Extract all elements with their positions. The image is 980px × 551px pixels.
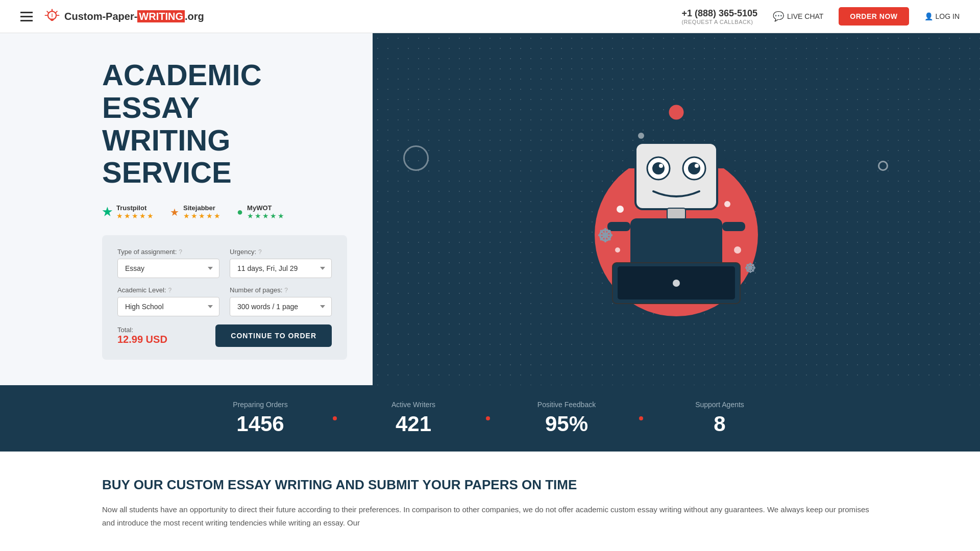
- svg-rect-32: [722, 222, 745, 231]
- stat-support: Support Agents 8: [643, 400, 796, 436]
- pages-help-icon[interactable]: ?: [284, 287, 288, 294]
- stat-writers-value: 421: [347, 412, 480, 436]
- svg-point-16: [668, 104, 684, 120]
- sitejabber-icon: ★: [170, 206, 179, 218]
- phone-block: +1 (888) 365-5105 (REQUEST A CALLBACK): [681, 8, 757, 25]
- trustpilot-stars: ★★★★★: [116, 212, 155, 220]
- mywot-badge: ● MyWOT ★★★★★: [237, 204, 285, 220]
- order-form: Type of assignment: ? Essay Research Pap…: [102, 235, 347, 360]
- pages-label: Number of pages: ?: [230, 286, 332, 294]
- form-total-row: Total: 12.99 USD CONTINUE TO ORDER: [117, 324, 332, 347]
- svg-point-10: [617, 206, 624, 213]
- total-label: Total:: [117, 326, 167, 334]
- hero-left: ACADEMIC ESSAY WRITING SERVICE ★ Trustpi…: [0, 33, 373, 385]
- pages-group: Number of pages: ? 300 words / 1 page 60…: [230, 286, 332, 316]
- sitejabber-label: Sitejabber: [183, 204, 222, 212]
- sitejabber-badge: ★ Sitejabber ★★★★★: [170, 204, 222, 220]
- mywot-stars: ★★★★★: [247, 212, 285, 220]
- level-select[interactable]: High School College University Master's …: [117, 297, 219, 316]
- svg-line-3: [56, 11, 57, 13]
- svg-point-23: [695, 164, 699, 168]
- hero-badges: ★ Trustpilot ★★★★★ ★ Sitejabber ★★★★★ ● …: [102, 204, 347, 220]
- svg-point-21: [688, 162, 700, 174]
- svg-rect-17: [635, 143, 717, 209]
- svg-rect-25: [716, 158, 727, 168]
- stat-support-label: Support Agents: [653, 400, 786, 409]
- stat-preparing-label: Preparing Orders: [194, 400, 327, 409]
- chat-icon: 💬: [773, 11, 784, 22]
- svg-point-22: [659, 164, 663, 168]
- stat-feedback-label: Positive Feedback: [500, 400, 633, 409]
- assignment-select[interactable]: Essay Research Paper Term Paper: [117, 259, 219, 278]
- stat-preparing-value: 1456: [194, 412, 327, 436]
- trustpilot-icon: ★: [102, 206, 112, 219]
- section-title: BUY OUR CUSTOM ESSAY WRITING AND SUBMIT …: [102, 477, 878, 493]
- level-help-icon[interactable]: ?: [168, 287, 172, 294]
- stat-writers: Active Writers 421: [337, 400, 490, 436]
- mywot-icon: ●: [237, 206, 243, 218]
- stat-feedback-value: 95%: [500, 412, 633, 436]
- assignment-help-icon[interactable]: ?: [179, 248, 182, 256]
- callback-label: (REQUEST A CALLBACK): [681, 19, 753, 25]
- logo-bulb-icon: [43, 7, 61, 26]
- hero-title: ACADEMIC ESSAY WRITING SERVICE: [102, 59, 347, 189]
- urgency-help-icon[interactable]: ?: [258, 248, 262, 256]
- svg-point-20: [652, 162, 665, 174]
- header-nav: +1 (888) 365-5105 (REQUEST A CALLBACK) 💬…: [681, 7, 960, 26]
- hamburger-menu[interactable]: [20, 12, 33, 21]
- svg-rect-26: [667, 208, 685, 219]
- phone-number[interactable]: +1 (888) 365-5105: [681, 8, 757, 19]
- form-row-2: Academic Level: ? High School College Un…: [117, 286, 332, 316]
- trustpilot-label: Trustpilot: [116, 204, 155, 212]
- level-label: Academic Level: ?: [117, 286, 219, 294]
- site-header: Custom-Paper-WRITING.org +1 (888) 365-51…: [0, 0, 980, 33]
- urgency-group: Urgency: ? 11 days, Fri, Jul 29 3 hours …: [230, 248, 332, 278]
- stat-support-value: 8: [653, 412, 786, 436]
- hero-section: ACADEMIC ESSAY WRITING SERVICE ★ Trustpi…: [0, 33, 980, 385]
- total-price: 12.99 USD: [117, 334, 167, 345]
- hero-right: [373, 33, 980, 385]
- mywot-label: MyWOT: [247, 204, 285, 212]
- content-section: BUY OUR CUSTOM ESSAY WRITING AND SUBMIT …: [0, 452, 980, 551]
- stat-writers-label: Active Writers: [347, 400, 480, 409]
- section-text: Now all students have an opportunity to …: [102, 503, 878, 529]
- deco-circle-1: [403, 145, 429, 171]
- svg-line-2: [47, 11, 48, 13]
- svg-point-13: [734, 246, 741, 254]
- svg-point-11: [615, 247, 620, 253]
- svg-point-12: [724, 201, 730, 207]
- urgency-label: Urgency: ?: [230, 248, 332, 256]
- continue-button[interactable]: CONTINUE TO ORDER: [215, 324, 332, 347]
- deco-circle-2: [878, 161, 888, 171]
- logo-text: Custom-Paper-WRITING.org: [64, 11, 204, 22]
- svg-rect-7: [51, 20, 53, 21]
- robot-illustration: [569, 92, 783, 327]
- pages-select[interactable]: 300 words / 1 page 600 words / 2 pages 9…: [230, 297, 332, 316]
- svg-rect-24: [625, 158, 636, 168]
- login-icon: 👤: [924, 12, 933, 20]
- live-chat-button[interactable]: 💬 LIVE CHAT: [773, 11, 823, 22]
- trustpilot-badge: ★ Trustpilot ★★★★★: [102, 204, 155, 220]
- login-button[interactable]: 👤 LOG IN: [924, 12, 960, 20]
- total-block: Total: 12.99 USD: [117, 326, 167, 345]
- svg-rect-31: [607, 222, 630, 231]
- sitejabber-stars: ★★★★★: [183, 212, 222, 220]
- stat-feedback: Positive Feedback 95%: [490, 400, 643, 436]
- assignment-label: Type of assignment: ?: [117, 248, 219, 256]
- form-row-1: Type of assignment: ? Essay Research Pap…: [117, 248, 332, 278]
- logo[interactable]: Custom-Paper-WRITING.org: [43, 7, 204, 26]
- svg-point-30: [673, 280, 680, 287]
- urgency-select[interactable]: 11 days, Fri, Jul 29 3 hours 6 hours: [230, 259, 332, 278]
- svg-rect-6: [50, 19, 54, 20]
- level-group: Academic Level: ? High School College Un…: [117, 286, 219, 316]
- stats-bar: Preparing Orders 1456 Active Writers 421…: [0, 385, 980, 452]
- stat-preparing: Preparing Orders 1456: [184, 400, 337, 436]
- order-now-button[interactable]: ORDER NOW: [839, 7, 909, 26]
- assignment-group: Type of assignment: ? Essay Research Pap…: [117, 248, 219, 278]
